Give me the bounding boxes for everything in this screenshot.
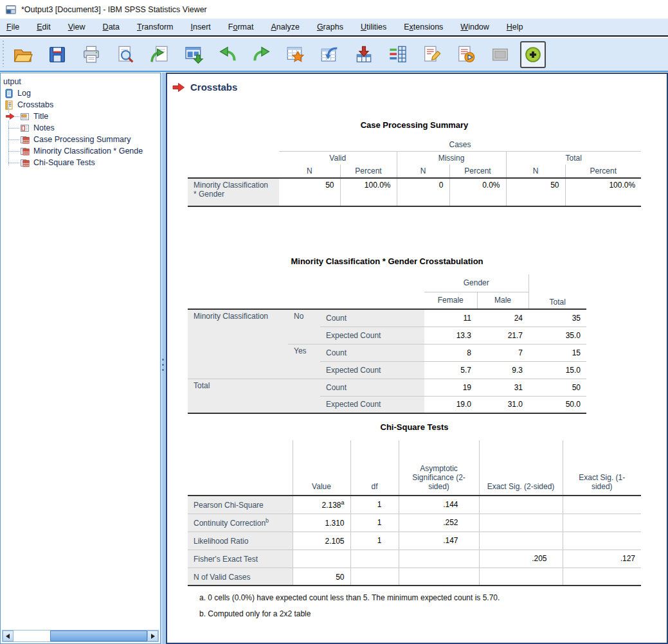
chi-exact-sig-2-cell <box>479 532 563 550</box>
outline-item-label: Notes <box>33 123 55 132</box>
scroll-right-button[interactable] <box>147 631 158 641</box>
cell: 19.0 <box>424 396 477 413</box>
toolbar <box>0 38 668 72</box>
outline-tree: utputLogCrosstabsTitleNotesCase Processi… <box>2 76 159 168</box>
chi-value-cell: 50 <box>293 568 350 586</box>
case-processing-summary-table[interactable]: Cases Valid Missing Total N Percent N Pe… <box>188 138 641 207</box>
header-n: N <box>506 165 565 178</box>
scrollbar-thumb[interactable] <box>50 631 147 641</box>
pane-splitter[interactable] <box>161 73 166 644</box>
open-file-button[interactable] <box>9 40 37 69</box>
chi-value-cell: 2.105 <box>293 532 350 550</box>
save-file-button[interactable] <box>43 40 71 69</box>
print-icon <box>81 44 102 65</box>
undo-button[interactable] <box>213 40 242 69</box>
chi-df-cell <box>350 550 399 568</box>
menu-format[interactable]: Format <box>228 22 254 31</box>
chi-exact-sig-1-cell <box>563 514 641 532</box>
spss-viewer-window: { "window": { "title": "*Output3 [Docume… <box>0 0 668 644</box>
current-selection-arrow-icon <box>172 82 185 93</box>
goto-case-icon <box>320 44 340 65</box>
scroll-left-button[interactable] <box>3 631 14 641</box>
redo-button[interactable] <box>248 40 276 69</box>
print-button[interactable] <box>77 40 105 69</box>
chi-asymp-sig-cell: .252 <box>399 514 479 532</box>
redo-icon <box>251 44 272 65</box>
goto-case-button[interactable] <box>316 40 344 69</box>
valid-n-cell: 50 <box>279 178 340 206</box>
cell: 15 <box>528 344 586 361</box>
menu-window[interactable]: Window <box>460 22 489 31</box>
outline-item-crosstabs[interactable]: Crosstabs <box>2 99 159 111</box>
header-total: Total <box>506 152 641 165</box>
crosstabulation-table[interactable]: Gender Total Female Male Minority Classi… <box>188 274 586 414</box>
title-icon <box>20 112 30 121</box>
header-female: Female <box>424 292 477 309</box>
header-percent: Percent <box>449 165 506 178</box>
goto-data-icon <box>285 44 306 65</box>
cell: 35 <box>528 309 586 326</box>
chi-row-label: Pearson Chi-Square <box>188 496 293 514</box>
stat-expected: Expected Count <box>320 361 424 379</box>
menu-insert[interactable]: Insert <box>191 22 211 31</box>
menu-utilities[interactable]: Utilities <box>361 22 386 31</box>
chi-exact-sig-2-cell <box>479 568 563 586</box>
case-processing-summary-block: Case Processing Summary Cases Valid Miss… <box>188 120 641 207</box>
menu-analyze[interactable]: Analyze <box>271 22 299 31</box>
designate-window-button[interactable] <box>520 41 546 68</box>
header-exact-sig-2: Exact Sig. (2-sided) <box>479 440 563 496</box>
chi-value-cell: 1.310 <box>293 514 350 532</box>
menu-extensions[interactable]: Extensions <box>404 22 443 31</box>
header-n: N <box>279 165 340 178</box>
window-title: *Output3 [Document3] - IBM SPSS Statisti… <box>21 5 207 14</box>
select-last-output-button[interactable] <box>486 40 514 69</box>
toolbar-grip[interactable] <box>2 40 5 67</box>
menu-file[interactable]: File <box>6 22 19 31</box>
outline-item-notes[interactable]: Notes <box>2 122 159 134</box>
chi-row-label: Likelihood Ratio <box>188 532 293 550</box>
goto-data-button[interactable] <box>282 40 310 69</box>
footnote-b: b. Computed only for a 2x2 table <box>188 609 641 618</box>
header-asymp-sig: Asymptotic Significance (2-sided) <box>399 440 479 496</box>
outline-item-title[interactable]: Title <box>2 111 159 122</box>
cell: 50.0 <box>528 396 586 413</box>
outline-item-case-processing-summary[interactable]: Case Processing Summary <box>2 134 159 145</box>
outline-item-minority-classification-gende[interactable]: Minority Classification * Gende <box>2 145 159 157</box>
print-preview-button[interactable] <box>111 40 140 69</box>
chi-square-table[interactable]: Value df Asymptotic Significance (2-side… <box>188 440 641 586</box>
table-icon <box>20 158 30 168</box>
stat-count: Count <box>320 309 424 326</box>
chi-exact-sig-1-cell <box>563 568 641 586</box>
cell: 50 <box>528 379 586 396</box>
menu-graphs[interactable]: Graphs <box>317 22 343 31</box>
header-percent: Percent <box>565 165 641 178</box>
goto-designated-window-button[interactable] <box>179 40 208 69</box>
cell: 31.0 <box>477 396 528 413</box>
chi-df-cell: 1 <box>350 496 399 514</box>
chi-row-label: Fisher's Exact Test <box>188 550 293 568</box>
menu-transform[interactable]: Transform <box>137 22 174 31</box>
scrollbar-track-before[interactable] <box>14 631 51 641</box>
right-arrow-icon <box>151 634 155 639</box>
outline-horizontal-scrollbar[interactable] <box>2 630 159 642</box>
chi-asymp-sig-cell: .144 <box>399 496 479 514</box>
menu-help[interactable]: Help <box>507 22 523 31</box>
edit-outline-button[interactable] <box>418 40 446 69</box>
heading-crosstabs: Crosstabs <box>190 82 237 93</box>
goto-variable-button[interactable] <box>350 40 378 69</box>
chi-exact-sig-2-cell: .205 <box>479 550 563 568</box>
menu-view[interactable]: View <box>68 22 86 31</box>
outline-item-utput[interactable]: utput <box>2 76 159 87</box>
chi-square-title: Chi-Square Tests <box>188 422 641 432</box>
run-script-button[interactable] <box>452 40 480 69</box>
outline-item-log[interactable]: Log <box>2 87 159 99</box>
export-output-button[interactable] <box>145 40 174 69</box>
outline-item-chi-square-tests[interactable]: Chi-Square Tests <box>2 157 159 168</box>
total-n-cell: 50 <box>506 178 565 206</box>
variables-button[interactable] <box>384 40 412 69</box>
undo-icon <box>217 44 238 65</box>
menu-edit[interactable]: Edit <box>37 22 51 31</box>
run-script-icon <box>456 44 476 65</box>
menu-data[interactable]: Data <box>103 22 120 31</box>
left-arrow-icon <box>6 634 10 639</box>
